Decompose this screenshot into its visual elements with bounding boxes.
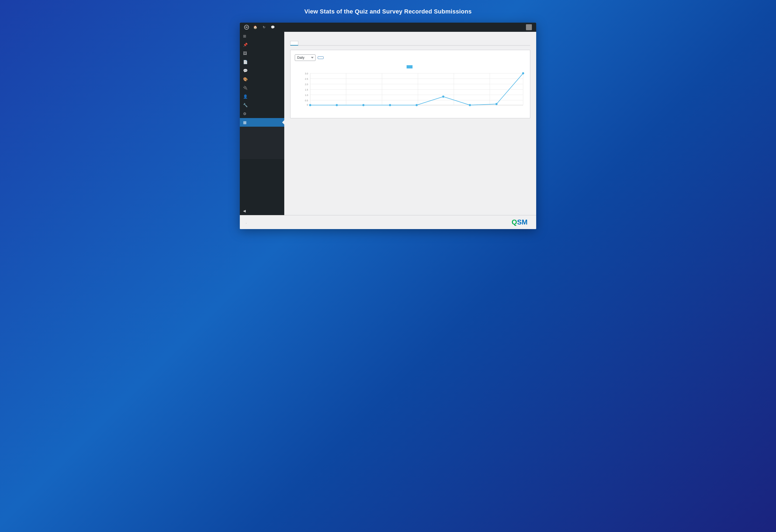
home-icon: 🏠 — [253, 25, 257, 29]
footer-right: QSM — [512, 218, 530, 226]
tab-submissions[interactable] — [290, 41, 298, 45]
qsm-submenu-addon[interactable] — [240, 146, 284, 149]
tools-icon: 🔧 — [243, 103, 248, 107]
legend-color-swatch — [407, 65, 412, 68]
svg-text:2.0: 2.0 — [305, 83, 308, 86]
chart-legend — [295, 65, 526, 68]
line-chart-svg: 3.0 2.5 2.0 1.5 1.0 0.5 0 — [295, 70, 526, 108]
qsm-submenu-settings[interactable] — [240, 136, 284, 140]
updates-item[interactable]: ↻ — [260, 23, 269, 32]
chart-controls: Daily Weekly Monthly — [295, 54, 526, 61]
qsm-submenu-tools[interactable] — [240, 140, 284, 143]
data-point — [469, 104, 471, 106]
sidebar-item-pages[interactable]: 📄 — [240, 58, 284, 66]
svg-text:0.5: 0.5 — [305, 99, 308, 102]
qsm-footer-logo: QSM — [512, 218, 528, 226]
posts-icon: 📌 — [243, 43, 248, 47]
qsm-submenu-help[interactable] — [240, 156, 284, 159]
data-point — [415, 104, 418, 106]
qsm-submenu-free-addon[interactable] — [240, 149, 284, 153]
svg-text:1.5: 1.5 — [305, 88, 308, 91]
chart-area: 3.0 2.5 2.0 1.5 1.0 0.5 0 — [295, 70, 526, 114]
qsm-submenu-about[interactable] — [240, 153, 284, 156]
users-icon: 👤 — [243, 94, 248, 99]
tab-bar — [290, 41, 530, 45]
data-point — [336, 104, 338, 106]
main-content: Daily Weekly Monthly — [284, 32, 536, 215]
sidebar-item-qsm[interactable]: ▦ — [240, 118, 284, 127]
appearance-icon: 🎨 — [243, 77, 248, 81]
avatar — [526, 24, 532, 30]
sidebar-item-tools[interactable]: 🔧 — [240, 101, 284, 110]
data-point — [362, 104, 365, 106]
page-headline: View Stats of the Quiz and Survey Record… — [305, 8, 472, 15]
qsm-submenu-quizzes[interactable] — [240, 130, 284, 133]
settings-icon: ⚙ — [243, 112, 246, 116]
data-point — [309, 104, 311, 106]
qsm-submenu-dashboard[interactable] — [240, 127, 284, 130]
qsm-submenu-results[interactable] — [240, 133, 284, 136]
svg-text:2.5: 2.5 — [305, 77, 308, 80]
dashboard-icon: ⊞ — [243, 34, 246, 38]
sidebar-arrow — [282, 120, 284, 125]
svg-text:0: 0 — [307, 104, 308, 106]
sidebar-item-dashboard[interactable]: ⊞ — [240, 32, 284, 40]
sidebar: ⊞ 📌 🖼 📄 💬 🎨 — [240, 32, 284, 215]
main-layout: ⊞ 📌 🖼 📄 💬 🎨 — [240, 32, 536, 215]
wp-footer: . QSM — [240, 215, 536, 229]
sidebar-item-comments[interactable]: 💬 — [240, 66, 284, 75]
sidebar-item-appearance[interactable]: 🎨 — [240, 75, 284, 83]
sidebar-item-plugins[interactable]: 🔌 — [240, 83, 284, 92]
data-point — [496, 103, 498, 105]
comments-icon: 💬 — [243, 68, 248, 73]
collapse-menu[interactable]: ◀ — [240, 207, 284, 215]
home-item[interactable]: 🏠 — [251, 23, 260, 32]
comments-item[interactable]: 💬 — [269, 23, 278, 32]
filter-button[interactable] — [318, 56, 324, 59]
svg-text:1.0: 1.0 — [305, 94, 308, 97]
howdy-item[interactable] — [522, 23, 534, 32]
admin-bar: W 🏠 ↻ 💬 — [240, 23, 536, 32]
chart-container: Daily Weekly Monthly — [290, 50, 530, 118]
sidebar-item-media[interactable]: 🖼 — [240, 49, 284, 58]
wp-icon: W — [244, 25, 249, 30]
collapse-icon: ◀ — [243, 209, 246, 213]
sidebar-item-posts[interactable]: 📌 — [240, 40, 284, 49]
svg-text:3.0: 3.0 — [305, 72, 308, 75]
plugins-icon: 🔌 — [243, 86, 248, 90]
sidebar-item-users[interactable]: 👤 — [240, 92, 284, 101]
new-item[interactable] — [278, 23, 282, 32]
qsm-icon: ▦ — [243, 120, 246, 125]
data-point — [389, 104, 391, 106]
qsm-submenu-stats[interactable] — [240, 143, 284, 146]
media-icon: 🖼 — [243, 51, 247, 55]
data-point — [442, 96, 444, 98]
comments-icon: 💬 — [271, 25, 275, 29]
updates-icon: ↻ — [263, 25, 265, 29]
data-point — [522, 72, 524, 74]
period-select[interactable]: Daily Weekly Monthly — [295, 54, 316, 61]
wp-logo-item[interactable]: W — [242, 23, 251, 32]
sidebar-item-settings[interactable]: ⚙ — [240, 110, 284, 118]
pages-icon: 📄 — [243, 60, 248, 64]
qsm-submenu — [240, 127, 284, 159]
footer-text: . — [246, 221, 246, 224]
